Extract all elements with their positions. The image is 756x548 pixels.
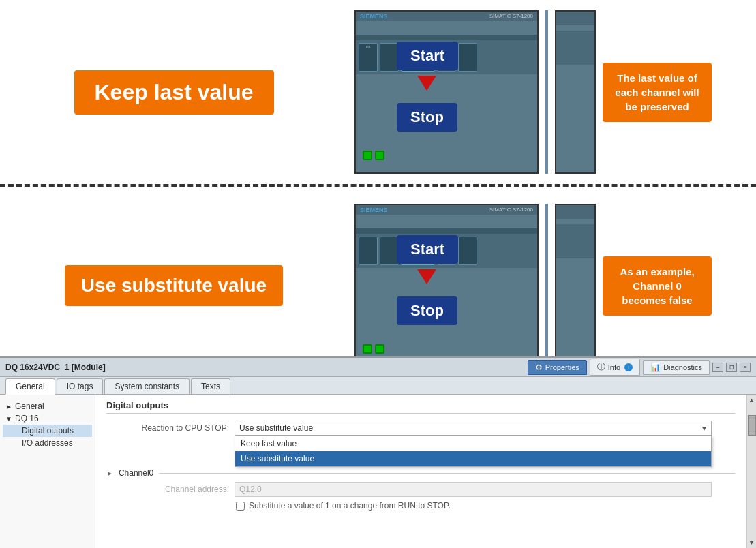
siemens-logo-1: SIEMENS [360, 13, 388, 20]
info-bubble-2: As an example, Channel 0 becomes false [603, 256, 712, 316]
tree-general-label: General [15, 401, 44, 411]
arrow-down-2 [417, 269, 436, 284]
model-label-1: SIMATIC S7-1200 [489, 13, 533, 20]
slide-1: Keep last value SIEMENS SIMATIC S7-1200 … [0, 0, 756, 184]
plc-module-2a [359, 237, 378, 265]
properties-title-bar: DQ 16x24VDC_1 [Module] ⚙ Properties ⓘ In… [0, 358, 756, 377]
slide1-left: Keep last value [0, 0, 348, 184]
properties-tab-label: Properties [545, 363, 579, 371]
tab-system-constants[interactable]: System constants [104, 378, 190, 394]
main-tabs: General IO tags System constants Texts [0, 377, 756, 395]
plc-screen-2b-header [556, 205, 594, 219]
led-1b [375, 151, 384, 160]
plc-body-1: I/O CPU 1215C DC/DC/DC Start Stop [356, 21, 537, 168]
channel0-label: Channel0 [119, 468, 153, 478]
substitute-checkbox[interactable] [236, 502, 245, 511]
texts-tab-label: Texts [201, 382, 220, 391]
plc-screen-2b-modules [556, 224, 594, 258]
tree-item-dq16[interactable]: ▼ DQ 16 [3, 412, 92, 425]
slide-2: Use substitute value SIEMENS SIMATIC S7-… [0, 194, 756, 378]
reaction-dropdown[interactable]: Keep last value Use substitute value [235, 421, 712, 436]
slide2-right: SIEMENS SIMATIC S7-1200 CPU 1215C DC/DC/… [348, 194, 756, 378]
tab-io-tags[interactable]: IO tags [57, 378, 104, 394]
plc-screen-2: SIEMENS SIMATIC S7-1200 CPU 1215C DC/DC/… [354, 204, 539, 367]
plc-separator-1 [545, 10, 548, 174]
channel-address-input[interactable] [235, 482, 712, 497]
scroll-thumb[interactable] [748, 415, 756, 436]
diagnostics-tab-label: Diagnostics [663, 363, 702, 371]
plc-rail-top-2 [356, 228, 537, 234]
channel-address-label: Channel address: [106, 485, 229, 494]
substitute-checkbox-label: Substitute a value of 1 on a change from… [249, 501, 451, 511]
tab-info[interactable]: ⓘ Info i [590, 359, 640, 376]
plc-leds-1 [363, 151, 384, 160]
section-header: Digital outputs [106, 400, 736, 414]
plc-module-4 [458, 43, 477, 72]
scrollbar-right[interactable]: ▲ ▼ [746, 395, 756, 548]
stop-bubble-1: Stop [397, 103, 457, 132]
info-bubble-1: The last value of each channel will be p… [603, 63, 712, 122]
led-2b [375, 344, 384, 354]
option-keep-last[interactable]: Keep last value [235, 436, 711, 451]
minimize-btn[interactable]: – [712, 363, 723, 372]
slide2-left: Use substitute value [0, 194, 348, 378]
plc-module-1: I/O [359, 43, 378, 72]
tab-general[interactable]: General [5, 378, 55, 395]
slide1-right: SIEMENS SIMATIC S7-1200 I/O CPU 1215C DC… [348, 0, 756, 184]
plc-module-2 [380, 43, 399, 72]
plc-header-1: SIEMENS SIMATIC S7-1200 [356, 12, 537, 21]
keep-last-value-label: Keep last value [74, 70, 274, 115]
use-substitute-label: Use substitute value [65, 265, 283, 306]
tab-properties[interactable]: ⚙ Properties [528, 360, 587, 375]
general-tab-label: General [16, 382, 45, 391]
plc-header-2: SIEMENS SIMATIC S7-1200 [356, 205, 537, 215]
content-area: ► General ▼ DQ 16 Digital outputs I/O ad… [0, 395, 756, 548]
close-btn[interactable]: × [740, 363, 751, 372]
plc-separator-2 [545, 204, 548, 367]
plc-rail-top [356, 35, 537, 40]
led-1a [363, 151, 372, 160]
tree-dq16-label: DQ 16 [15, 414, 39, 423]
scroll-up-arrow[interactable]: ▲ [746, 395, 756, 406]
window-controls: – ◻ × [712, 363, 751, 372]
tab-texts[interactable]: Texts [191, 378, 230, 394]
channel0-line [159, 473, 736, 474]
plc-screen-1b [555, 10, 596, 174]
start-bubble-2: Start [397, 235, 458, 264]
properties-tabs-area: ⚙ Properties ⓘ Info i 📊 Diagnostics – ◻ … [528, 359, 751, 376]
info-badge: i [624, 363, 633, 371]
restore-btn[interactable]: ◻ [726, 363, 737, 372]
substitute-checkbox-row: Substitute a value of 1 on a change from… [236, 501, 736, 511]
tree-panel: ► General ▼ DQ 16 Digital outputs I/O ad… [0, 395, 95, 548]
tree-item-general[interactable]: ► General [3, 400, 92, 412]
start-bubble-1: Start [397, 42, 458, 70]
scroll-down-arrow[interactable]: ▼ [746, 537, 756, 548]
reaction-dropdown-wrapper: Keep last value Use substitute value ▼ K… [235, 421, 712, 436]
properties-panel: DQ 16x24VDC_1 [Module] ⚙ Properties ⓘ In… [0, 356, 756, 548]
channel0-expand-icon[interactable]: ► [106, 470, 113, 477]
stop-bubble-2: Stop [397, 296, 457, 325]
general-expand-icon: ► [5, 403, 12, 410]
channel0-row: ► Channel0 [106, 468, 736, 478]
reaction-label: Reaction to CPU STOP: [106, 423, 229, 433]
dashed-divider [0, 184, 756, 194]
option-use-substitute[interactable]: Use substitute value [235, 451, 711, 466]
tree-io-addresses-label: I/O addresses [22, 438, 73, 448]
properties-icon: ⚙ [535, 363, 543, 372]
led-2a [363, 344, 372, 354]
dq16-expand-icon: ▼ [5, 415, 12, 423]
main-content: Digital outputs Reaction to CPU STOP: Ke… [95, 395, 746, 548]
model-label-2: SIMATIC S7-1200 [489, 207, 533, 213]
tab-diagnostics[interactable]: 📊 Diagnostics [643, 360, 710, 375]
plc-screen-1b-header [556, 12, 594, 25]
info-tab-label: Info [608, 363, 620, 371]
tree-item-digital-outputs[interactable]: Digital outputs [3, 425, 92, 437]
info-icon: ⓘ [597, 361, 605, 373]
system-constants-tab-label: System constants [115, 382, 179, 391]
diagnostics-icon: 📊 [650, 363, 661, 372]
tree-digital-outputs-label: Digital outputs [22, 426, 74, 436]
plc-module-2d [458, 237, 477, 265]
plc-screen-1: SIEMENS SIMATIC S7-1200 I/O CPU 1215C DC… [354, 10, 539, 174]
tree-item-io-addresses[interactable]: I/O addresses [3, 437, 92, 449]
plc-body-2: CPU 1215C DC/DC/DC Start Stop [356, 215, 537, 362]
